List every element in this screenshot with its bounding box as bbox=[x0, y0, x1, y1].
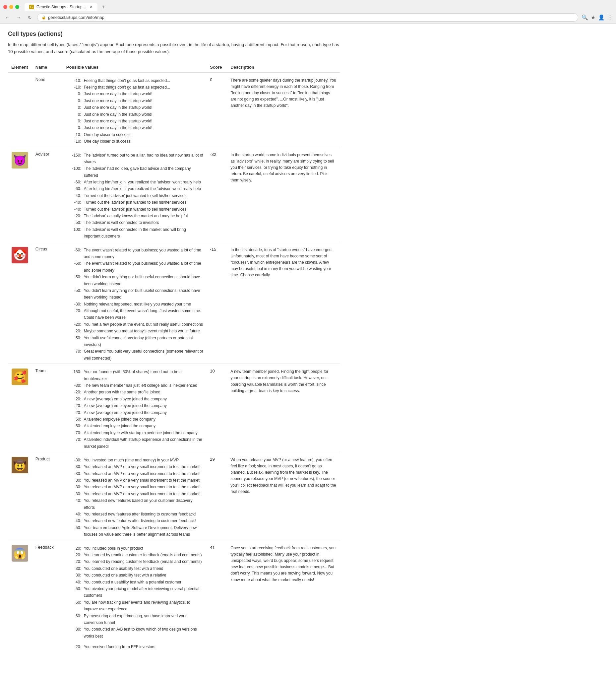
values-cell: -30:You invested too much (time and mone… bbox=[63, 452, 207, 540]
values-cell: -150:The 'advisor' turned out to be a li… bbox=[63, 147, 207, 242]
menu-icon[interactable]: ⋮ bbox=[607, 14, 613, 21]
list-item: -10:Feeling that things don't go as fast… bbox=[66, 77, 204, 84]
list-item: 10:One day closer to success! bbox=[66, 131, 204, 138]
back-button[interactable]: ← bbox=[3, 13, 11, 22]
table-row: 😱Feedback20:You included polls in your p… bbox=[8, 540, 340, 642]
address-bar[interactable]: 🔒 geneticstartups.com/info/map bbox=[37, 13, 578, 22]
element-cell bbox=[8, 642, 32, 652]
value-text: A new (average) employee joined the comp… bbox=[84, 396, 167, 402]
value-number: 0: bbox=[66, 90, 81, 97]
list-item: 30:You released an MVP or a very small i… bbox=[66, 463, 204, 470]
forward-button[interactable]: → bbox=[14, 13, 23, 22]
tab-close-icon[interactable]: ✕ bbox=[89, 5, 93, 9]
value-number: -20: bbox=[66, 389, 81, 395]
list-item: 20:You learned by reading customer feedb… bbox=[66, 558, 204, 565]
list-item: 30:You released an MVP or a very small i… bbox=[66, 490, 204, 497]
list-item: -20:Although not useful, the event wasn'… bbox=[66, 308, 204, 321]
value-text: Great event! You built very useful conne… bbox=[84, 348, 204, 362]
table-row: 🤠Product-30:You invested too much (time … bbox=[8, 452, 340, 540]
list-item: 20:Maybe someone you met at today's even… bbox=[66, 328, 204, 334]
list-item: -20:You met a few people at the event, b… bbox=[66, 321, 204, 328]
minimize-button[interactable] bbox=[9, 5, 13, 9]
value-text: The 'advisor' turned out to be a liar, h… bbox=[84, 152, 204, 166]
tab-title: Genetic Startups - Startup wo... bbox=[36, 5, 87, 9]
value-text: You built useful connections today (eith… bbox=[84, 335, 204, 348]
value-text: You released new features based on your … bbox=[84, 497, 204, 511]
value-number: 20: bbox=[66, 328, 81, 334]
new-tab-button[interactable]: + bbox=[99, 3, 108, 11]
value-text: A talented employee joined the company bbox=[84, 416, 155, 423]
list-item: 0:Just one more day in the startup world… bbox=[66, 118, 204, 124]
list-item: 20:You learned by reading customer feedb… bbox=[66, 551, 204, 558]
value-number: 30: bbox=[66, 477, 81, 484]
element-cell: 🥰 bbox=[8, 364, 32, 452]
value-text: Although not useful, the event wasn't lo… bbox=[84, 308, 204, 321]
header-score: Score bbox=[207, 62, 227, 73]
list-item: 50:You pivoted your pricing model after … bbox=[66, 586, 204, 599]
value-number: -60: bbox=[66, 179, 81, 186]
value-number: -40: bbox=[66, 192, 81, 199]
value-text: Just one more day in the startup world! bbox=[84, 111, 152, 118]
header-description: Description bbox=[227, 62, 340, 73]
value-text: You conducted one usability test with a … bbox=[84, 565, 164, 572]
page-title: Cell types (actions) bbox=[8, 30, 340, 37]
reload-button[interactable]: ↻ bbox=[26, 13, 34, 22]
value-number: 30: bbox=[66, 470, 81, 477]
value-text: You pivoted your pricing model after int… bbox=[84, 586, 204, 599]
value-number: 30: bbox=[66, 565, 81, 572]
value-number: -150: bbox=[66, 152, 81, 166]
value-text: The 'advisor' actually knows the market … bbox=[84, 213, 188, 219]
list-item: 50:A talented employee joined the compan… bbox=[66, 416, 204, 423]
score-cell: -32 bbox=[207, 147, 227, 242]
value-text: One day closer to success! bbox=[84, 131, 131, 138]
header-values: Possible values bbox=[63, 62, 207, 73]
element-cell bbox=[8, 72, 32, 147]
values-cell: -10:Feeling that things don't go as fast… bbox=[63, 72, 207, 147]
search-icon[interactable]: 🔍 bbox=[582, 14, 588, 21]
value-text: The event wasn't related to your busines… bbox=[84, 247, 204, 260]
values-cell: 20:You received funding from FFF investo… bbox=[63, 642, 207, 652]
list-item: -10:Feeling that things don't go as fast… bbox=[66, 84, 204, 90]
value-text: You conducted a usability test with a po… bbox=[84, 579, 181, 586]
list-item: -60:The event wasn't related to your bus… bbox=[66, 260, 204, 274]
value-text: The 'advisor' is well connected to inves… bbox=[84, 219, 159, 226]
table-row: 😈Advisor-150:The 'advisor' turned out to… bbox=[8, 147, 340, 242]
list-item: -150:Your co-founder (with 50% of shares… bbox=[66, 369, 204, 382]
list-item: 50:The 'advisor' is well connected to in… bbox=[66, 219, 204, 226]
list-item: 20:You included polls in your product bbox=[66, 545, 204, 551]
value-number: 20: bbox=[66, 409, 81, 416]
list-item: 0:Just one more day in the startup world… bbox=[66, 97, 204, 104]
value-text: You conducted an A/B test to know which … bbox=[84, 626, 204, 640]
list-item: -40:Turned out the 'advisor' just wanted… bbox=[66, 199, 204, 206]
list-item: 50:A talented employee joined the compan… bbox=[66, 423, 204, 429]
emoji-icon: 🤠 bbox=[11, 457, 29, 473]
profile-icon[interactable]: 👤 bbox=[598, 14, 605, 21]
value-number: 30: bbox=[66, 484, 81, 490]
address-text: geneticstartups.com/info/map bbox=[48, 15, 105, 20]
list-item: 20:A new (average) employee joined the c… bbox=[66, 396, 204, 402]
value-text: Turned out the 'advisor' just wanted to … bbox=[84, 206, 187, 213]
page-content: Cell types (actions) In the map, differe… bbox=[0, 24, 348, 659]
emoji-icon: 😈 bbox=[11, 152, 29, 169]
value-number: 20: bbox=[66, 644, 81, 650]
value-text: You released an MVP or a very small incr… bbox=[84, 470, 201, 477]
close-button[interactable] bbox=[3, 5, 7, 9]
list-item: -60:After letting him/her join, you real… bbox=[66, 186, 204, 192]
table-row: 🤡Circus-60:The event wasn't related to y… bbox=[8, 242, 340, 364]
list-item: 20:A new (average) employee joined the c… bbox=[66, 402, 204, 409]
table-header-row: Element Name Possible values Score Descr… bbox=[8, 62, 340, 73]
value-text: Just one more day in the startup world! bbox=[84, 97, 152, 104]
bookmark-icon[interactable]: ★ bbox=[591, 14, 595, 21]
table-row: 🥰Team-150:Your co-founder (with 50% of s… bbox=[8, 364, 340, 452]
element-cell: 🤡 bbox=[8, 242, 32, 364]
lock-icon: 🔒 bbox=[41, 15, 46, 20]
tab-favicon: G bbox=[29, 5, 34, 9]
value-number: 70: bbox=[66, 348, 81, 362]
value-text: You released an MVP or a very small incr… bbox=[84, 477, 201, 484]
value-number: -10: bbox=[66, 77, 81, 84]
active-tab[interactable]: G Genetic Startups - Startup wo... ✕ bbox=[25, 3, 97, 11]
value-number: -60: bbox=[66, 186, 81, 192]
description-cell: A new team member joined. Finding the ri… bbox=[227, 364, 340, 452]
maximize-button[interactable] bbox=[15, 5, 19, 9]
value-text: You learned by reading customer feedback… bbox=[84, 551, 202, 558]
